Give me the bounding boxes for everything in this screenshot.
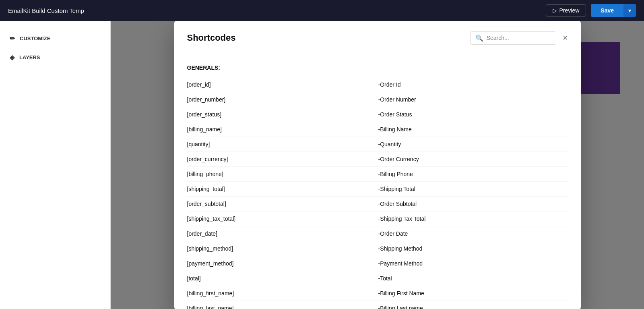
shortcode-row: [total]-Total	[187, 271, 568, 286]
shortcode-code: [order_id]	[187, 81, 377, 88]
shortcode-description: -Payment Method	[378, 260, 568, 267]
shortcode-code: [order_subtotal]	[187, 201, 377, 207]
app-body: ✏ CUSTOMIZE ◈ LAYERS Payment method: Dir…	[0, 21, 644, 309]
shortcode-code: [shipping_total]	[187, 186, 377, 192]
shortcode-code: [order_number]	[187, 96, 377, 103]
shortcode-code: [billing_last_name]	[187, 305, 377, 309]
save-button-group: Save ▾	[591, 4, 636, 17]
shortcode-code: [billing_first_name]	[187, 290, 377, 297]
sidebar: ✏ CUSTOMIZE ◈ LAYERS	[0, 21, 111, 309]
sidebar-item-customize-label: CUSTOMIZE	[20, 35, 50, 41]
modal-body: GENERALS: [order_id]-Order Id[order_numb…	[174, 53, 581, 309]
customize-icon: ✏	[10, 35, 15, 42]
shortcode-row: [order_currency]-Order Currency	[187, 152, 568, 167]
sidebar-item-layers[interactable]: ◈ LAYERS	[0, 48, 110, 67]
shortcode-code: [billing_phone]	[187, 171, 377, 177]
shortcode-description: -Order Currency	[378, 156, 568, 162]
shortcode-code: [shipping_tax_total]	[187, 216, 377, 222]
shortcode-code: [order_status]	[187, 111, 377, 118]
shortcode-code: [order_currency]	[187, 156, 377, 162]
shortcode-description: -Billing First Name	[378, 290, 568, 297]
preview-icon: ▷	[553, 7, 557, 14]
shortcode-description: -Shipping Total	[378, 186, 568, 192]
shortcode-row: [shipping_total]-Shipping Total	[187, 182, 568, 197]
shortcode-code: [payment_method]	[187, 260, 377, 267]
shortcode-description: -Order Date	[378, 230, 568, 237]
shortcode-row: [quantity]-Quantity	[187, 137, 568, 152]
shortcode-row: [billing_last_name]-Billing Last name	[187, 301, 568, 309]
main-content: Payment method: Direct bank transfer Sho…	[111, 21, 644, 309]
shortcode-description: -Order Subtotal	[378, 201, 568, 207]
preview-label: Preview	[559, 7, 580, 14]
modal-header: Shortcodes 🔍 ×	[174, 21, 581, 53]
preview-button[interactable]: ▷ Preview	[546, 4, 586, 17]
shortcode-row: [billing_phone]-Billing Phone	[187, 167, 568, 182]
shortcode-description: -Order Number	[378, 96, 568, 103]
search-icon: 🔍	[475, 34, 483, 42]
shortcode-description: -Billing Name	[378, 126, 568, 133]
top-bar-actions: ▷ Preview Save ▾	[546, 4, 636, 17]
shortcode-description: -Quantity	[378, 141, 568, 147]
modal-close-button[interactable]: ×	[563, 33, 568, 42]
generals-section: GENERALS: [order_id]-Order Id[order_numb…	[187, 64, 568, 309]
search-box[interactable]: 🔍	[470, 31, 556, 45]
shortcode-row: [order_number]-Order Number	[187, 92, 568, 107]
shortcode-code: [shipping_method]	[187, 245, 377, 252]
shortcodes-list: [order_id]-Order Id[order_number]-Order …	[187, 77, 568, 309]
modal-title: Shortcodes	[187, 33, 236, 43]
save-button[interactable]: Save	[591, 4, 623, 17]
shortcode-row: [order_id]-Order Id	[187, 77, 568, 92]
shortcode-code: [total]	[187, 275, 377, 282]
shortcode-code: [quantity]	[187, 141, 377, 147]
shortcode-row: [payment_method]-Payment Method	[187, 256, 568, 271]
shortcode-description: -Shipping Tax Total	[378, 216, 568, 222]
top-bar: EmailKit Build Custom Temp ▷ Preview Sav…	[0, 0, 644, 21]
modal-header-right: 🔍 ×	[470, 31, 568, 45]
modal-overlay: Shortcodes 🔍 × GENERALS:	[111, 21, 644, 309]
layers-icon: ◈	[10, 54, 14, 61]
shortcode-row: [order_subtotal]-Order Subtotal	[187, 197, 568, 212]
shortcode-description: -Shipping Method	[378, 245, 568, 252]
shortcode-row: [billing_name]-Billing Name	[187, 122, 568, 137]
app-title: EmailKit Build Custom Temp	[8, 7, 84, 14]
shortcode-row: [billing_first_name]-Billing First Name	[187, 286, 568, 301]
shortcode-row: [shipping_method]-Shipping Method	[187, 241, 568, 256]
sidebar-item-customize[interactable]: ✏ CUSTOMIZE	[0, 29, 110, 48]
shortcode-row: [shipping_tax_total]-Shipping Tax Total	[187, 212, 568, 226]
generals-section-title: GENERALS:	[187, 64, 568, 71]
shortcode-description: -Order Id	[378, 81, 568, 88]
shortcode-row: [order_status]-Order Status	[187, 107, 568, 122]
save-dropdown-button[interactable]: ▾	[623, 4, 636, 17]
shortcode-code: [order_date]	[187, 230, 377, 237]
shortcode-description: -Billing Last name	[378, 305, 568, 309]
shortcode-description: -Order Status	[378, 111, 568, 118]
search-input[interactable]	[487, 35, 551, 41]
shortcode-code: [billing_name]	[187, 126, 377, 133]
app-background: EmailKit Build Custom Temp ▷ Preview Sav…	[0, 0, 644, 309]
shortcode-description: -Billing Phone	[378, 171, 568, 177]
sidebar-item-layers-label: LAYERS	[19, 54, 40, 60]
shortcode-row: [order_date]-Order Date	[187, 226, 568, 241]
shortcode-description: -Total	[378, 275, 568, 282]
shortcodes-modal: Shortcodes 🔍 × GENERALS:	[174, 21, 581, 309]
